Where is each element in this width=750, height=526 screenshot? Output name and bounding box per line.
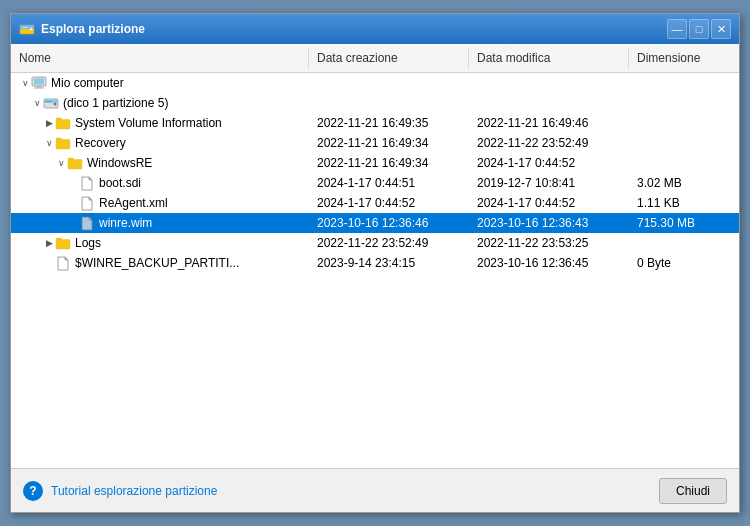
expand-icon[interactable]: ∨ <box>19 77 31 89</box>
date-modified <box>469 73 629 93</box>
col-header-created: Data creazione <box>309 48 469 68</box>
tree-row[interactable]: ▶ Logs 2022-11-22 23:52:49 2022-11-22 23… <box>11 233 739 253</box>
title-bar: Esplora partizione — □ ✕ <box>11 14 739 44</box>
folder-icon <box>55 135 71 151</box>
tree-row[interactable]: boot.sdi 2024-1-17 0:44:51 2019-12-7 10:… <box>11 173 739 193</box>
node-name: boot.sdi <box>99 176 141 190</box>
folder-icon-svg <box>55 115 71 131</box>
name-cell: ∨ (dico 1 partizione 5) <box>11 93 309 113</box>
node-name: WindowsRE <box>87 156 152 170</box>
help-link[interactable]: Tutorial esplorazione partizione <box>51 484 217 498</box>
folder-icon-svg <box>55 235 71 251</box>
svg-rect-6 <box>36 86 42 88</box>
name-cell: winre.wim <box>11 213 309 233</box>
date-modified: 2022-11-22 23:53:25 <box>469 233 629 253</box>
folder-icon <box>55 115 71 131</box>
tree-area[interactable]: ∨ Mio computer <box>11 73 739 468</box>
size <box>629 233 739 253</box>
close-button[interactable]: Chiudi <box>659 478 727 504</box>
date-modified: 2022-11-22 23:52:49 <box>469 133 629 153</box>
tree-row[interactable]: ∨ WindowsRE 2022-11-21 16:49:34 2024-1-1… <box>11 153 739 173</box>
svg-point-2 <box>30 28 33 31</box>
window-controls: — □ ✕ <box>667 19 731 39</box>
maximize-button[interactable]: □ <box>689 19 709 39</box>
main-window: Esplora partizione — □ ✕ Nome Data creaz… <box>10 13 740 513</box>
name-cell: ▶ System Volume Information <box>11 113 309 133</box>
node-name: (dico 1 partizione 5) <box>63 96 168 110</box>
col-header-modified: Data modifica <box>469 48 629 68</box>
expand-icon[interactable]: ▶ <box>43 117 55 129</box>
date-created: 2022-11-21 16:49:34 <box>309 133 469 153</box>
table-header: Nome Data creazione Data modifica Dimens… <box>11 44 739 73</box>
window-title: Esplora partizione <box>41 22 667 36</box>
node-name: $WINRE_BACKUP_PARTITI... <box>75 256 239 270</box>
footer: ? Tutorial esplorazione partizione Chiud… <box>11 468 739 512</box>
date-created <box>309 73 469 93</box>
expand-icon[interactable]: ▶ <box>43 237 55 249</box>
svg-point-10 <box>54 103 57 106</box>
name-cell: ▶ Logs <box>11 233 309 253</box>
folder-icon-svg <box>55 135 71 151</box>
size <box>629 133 739 153</box>
tree-row[interactable]: ▶ System Volume Information 2022-11-21 1… <box>11 113 739 133</box>
name-cell: ∨ Mio computer <box>11 73 309 93</box>
node-name: ReAgent.xml <box>99 196 168 210</box>
computer-icon <box>31 75 47 91</box>
expand-icon[interactable]: ∨ <box>43 137 55 149</box>
close-button[interactable]: ✕ <box>711 19 731 39</box>
node-name: winre.wim <box>99 216 152 230</box>
tree-row[interactable]: ∨ Mio computer <box>11 73 739 93</box>
expand-icon[interactable]: ∨ <box>31 97 43 109</box>
size: 3.02 MB <box>629 173 739 193</box>
wim-icon-svg <box>80 216 94 231</box>
name-cell: ∨ WindowsRE <box>11 153 309 173</box>
date-created <box>309 93 469 113</box>
node-name: Logs <box>75 236 101 250</box>
tree-row[interactable]: $WINRE_BACKUP_PARTITI... 2023-9-14 23:4:… <box>11 253 739 273</box>
date-modified: 2023-10-16 12:36:45 <box>469 253 629 273</box>
name-cell: ReAgent.xml <box>11 193 309 213</box>
disk-icon-svg <box>43 95 59 111</box>
date-created: 2024-1-17 0:44:52 <box>309 193 469 213</box>
disk-icon <box>43 95 59 111</box>
date-modified: 2019-12-7 10:8:41 <box>469 173 629 193</box>
node-name: Recovery <box>75 136 126 150</box>
date-created: 2024-1-17 0:44:51 <box>309 173 469 193</box>
date-modified: 2022-11-21 16:49:46 <box>469 113 629 133</box>
date-modified <box>469 93 629 113</box>
tree-row-selected[interactable]: winre.wim 2023-10-16 12:36:46 2023-10-16… <box>11 213 739 233</box>
date-created: 2022-11-21 16:49:34 <box>309 153 469 173</box>
name-cell: ∨ Recovery <box>11 133 309 153</box>
size <box>629 113 739 133</box>
node-name: System Volume Information <box>75 116 222 130</box>
size: 715.30 MB <box>629 213 739 233</box>
file-icon-svg <box>80 176 94 191</box>
window-icon <box>19 21 35 37</box>
date-modified: 2024-1-17 0:44:52 <box>469 153 629 173</box>
date-created: 2022-11-22 23:52:49 <box>309 233 469 253</box>
date-created: 2022-11-21 16:49:35 <box>309 113 469 133</box>
content-area: Nome Data creazione Data modifica Dimens… <box>11 44 739 468</box>
expand-icon[interactable]: ∨ <box>55 157 67 169</box>
file-icon <box>79 195 95 211</box>
tree-row[interactable]: ∨ (dico 1 partizione 5) <box>11 93 739 113</box>
tree-row[interactable]: ReAgent.xml 2024-1-17 0:44:52 2024-1-17 … <box>11 193 739 213</box>
size <box>629 153 739 173</box>
file-icon <box>55 255 71 271</box>
name-cell: $WINRE_BACKUP_PARTITI... <box>11 253 309 273</box>
folder-icon-svg <box>67 155 83 171</box>
computer-icon-svg <box>31 75 47 91</box>
file-icon-svg <box>56 256 70 271</box>
node-name: Mio computer <box>51 76 124 90</box>
help-icon: ? <box>23 481 43 501</box>
col-header-size: Dimensione <box>629 48 739 68</box>
minimize-button[interactable]: — <box>667 19 687 39</box>
size: 0 Byte <box>629 253 739 273</box>
date-created: 2023-10-16 12:36:46 <box>309 213 469 233</box>
folder-icon <box>55 235 71 251</box>
size: 1.11 KB <box>629 193 739 213</box>
app-icon-svg <box>19 21 35 37</box>
file-icon-svg <box>80 196 94 211</box>
tree-row[interactable]: ∨ Recovery 2022-11-21 16:49:34 2022-11-2… <box>11 133 739 153</box>
wim-file-icon <box>79 215 95 231</box>
